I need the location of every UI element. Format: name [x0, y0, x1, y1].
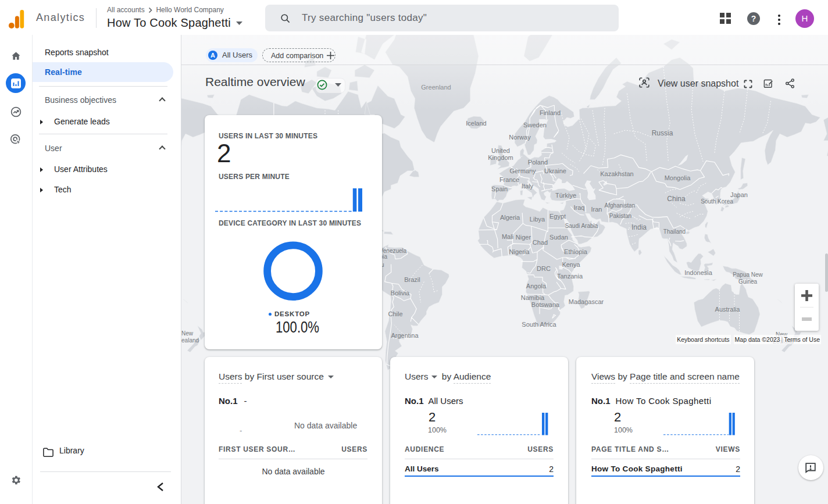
svg-text:?: ?	[751, 14, 756, 23]
svg-text:Brazil: Brazil	[404, 276, 420, 283]
svg-text:Indonesia: Indonesia	[684, 269, 713, 276]
svg-text:Australia: Australia	[715, 306, 741, 313]
svg-text:Kenya: Kenya	[562, 261, 580, 268]
svg-text:Botswana: Botswana	[531, 301, 560, 308]
svg-text:Papua New: Papua New	[733, 271, 763, 278]
svg-text:Ethiopia: Ethiopia	[564, 248, 588, 255]
svg-text:Japan: Japan	[730, 191, 748, 198]
svg-text:Iran: Iran	[591, 206, 602, 213]
svg-text:China: China	[667, 195, 686, 203]
svg-text:India: India	[631, 223, 647, 231]
svg-text:Saudi Arabia: Saudi Arabia	[565, 223, 598, 229]
svg-text:Kazakhstan: Kazakhstan	[600, 170, 633, 177]
svg-text:Argentina: Argentina	[391, 332, 419, 339]
svg-text:France: France	[499, 176, 519, 183]
svg-text:DRC: DRC	[537, 265, 551, 272]
svg-text:Germany: Germany	[509, 167, 536, 174]
svg-text:Libya: Libya	[530, 216, 545, 223]
svg-text:United: United	[491, 147, 510, 154]
svg-text:Mali: Mali	[502, 233, 513, 240]
svg-text:Afghanistan: Afghanistan	[605, 202, 636, 209]
svg-text:Chile: Chile	[388, 310, 402, 317]
svg-text:Norway: Norway	[509, 134, 531, 141]
svg-text:Kingdom: Kingdom	[488, 154, 513, 161]
svg-text:Thailand: Thailand	[663, 228, 686, 235]
svg-text:South Korea: South Korea	[701, 198, 733, 205]
svg-text:South Africa: South Africa	[522, 321, 556, 328]
svg-text:Nigeria: Nigeria	[509, 248, 530, 255]
svg-text:Iceland: Iceland	[466, 120, 486, 127]
svg-text:Niger: Niger	[516, 234, 531, 241]
svg-text:Angola: Angola	[526, 283, 547, 289]
svg-text:Pakistan: Pakistan	[609, 213, 631, 219]
svg-text:Namibia: Namibia	[521, 294, 545, 301]
svg-text:Mongolia: Mongolia	[665, 174, 691, 181]
svg-text:Ukraine: Ukraine	[544, 167, 566, 174]
svg-text:Zealand: Zealand	[181, 337, 199, 344]
svg-text:Iraq: Iraq	[574, 204, 585, 211]
svg-text:Poland: Poland	[528, 159, 548, 166]
svg-text:Spain: Spain	[491, 185, 508, 192]
svg-text:Guinea: Guinea	[738, 278, 758, 285]
svg-text:Russia: Russia	[652, 129, 673, 137]
svg-text:Sweden: Sweden	[523, 121, 547, 128]
svg-text:Madagascar: Madagascar	[569, 298, 604, 305]
svg-text:Algeria: Algeria	[500, 214, 520, 221]
svg-text:Bolivia: Bolivia	[391, 289, 410, 296]
svg-text:New: New	[181, 330, 194, 337]
svg-text:Türkiye: Türkiye	[555, 192, 576, 199]
svg-text:Sudan: Sudan	[549, 234, 568, 241]
svg-text:Egypt: Egypt	[549, 213, 566, 220]
svg-text:Italy: Italy	[522, 183, 534, 190]
svg-text:Tanzania: Tanzania	[557, 273, 583, 280]
svg-text:Chad: Chad	[533, 239, 548, 246]
